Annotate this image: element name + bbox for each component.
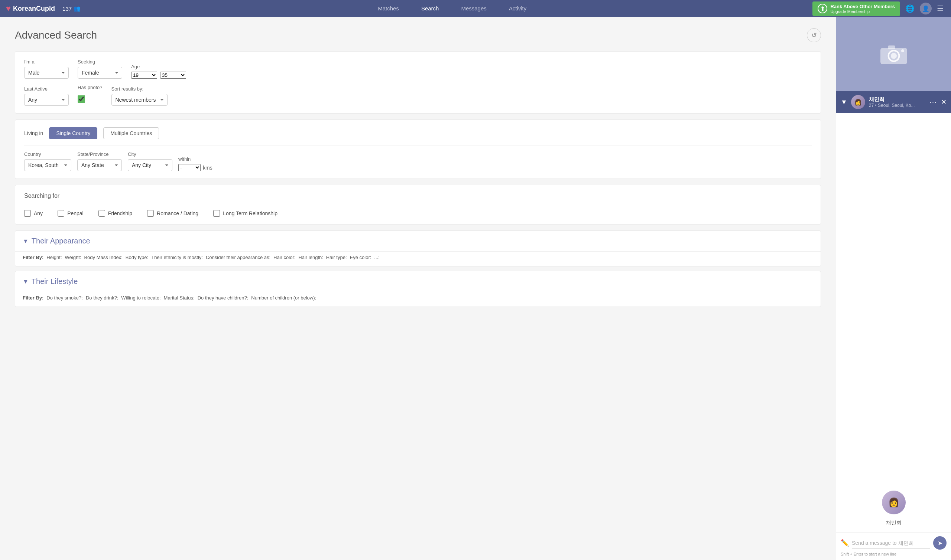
chat-user-large-avatar: 👩 [882,491,906,514]
option-friendship-label: Friendship [108,211,132,216]
chat-user-avatar-inner: 👩 [882,491,906,514]
state-select[interactable]: Any State [77,159,122,171]
kms-label: kms [203,165,213,171]
heart-icon: ♥ [6,4,11,13]
seeking-select[interactable]: Male Female Either [78,67,122,78]
appearance-header[interactable]: ▼ Their Appearance [15,231,821,251]
chat-message-input[interactable] [852,538,930,549]
chat-send-button[interactable]: ➤ [933,536,946,549]
nav-messages[interactable]: Messages [450,0,497,17]
chat-body: 👩 채민희 [836,113,951,532]
appearance-filter-by: Filter By: [23,255,43,260]
country-select[interactable]: Korea, South Japan China United States [24,159,71,171]
option-longterm[interactable]: Long Term Relationship [213,210,278,217]
last-active-select[interactable]: Any Today This week This month [24,94,69,106]
living-in-section: Living in Single Country Multiple Countr… [15,120,821,179]
svg-rect-3 [888,45,895,49]
checkbox-longterm[interactable] [213,210,220,217]
seeking-group: Seeking Male Female Either [78,59,122,78]
page-header: Advanced Search ↺ [15,28,821,42]
profile-photo-placeholder [836,17,951,91]
page-title: Advanced Search [15,29,97,41]
city-select[interactable]: Any City [128,159,172,171]
im-a-select[interactable]: Male Female [24,67,69,78]
filter-marital[interactable]: Marital Status [164,295,195,301]
last-active-label: Last Active [24,86,69,92]
globe-button[interactable]: 🌐 [904,4,916,13]
single-country-tab[interactable]: Single Country [49,127,97,139]
sort-by-select[interactable]: Newest members Last active Closest match [111,94,168,106]
navbar: ♥ KoreanCupid 137 👥 Matches Search Messa… [0,0,951,17]
filter-weight[interactable]: Weight [65,255,81,260]
upgrade-button[interactable]: ⬆ Rank Above Other Members Upgrade Membe… [812,2,900,16]
option-romance-label: Romance / Dating [157,211,198,216]
lifestyle-header[interactable]: ▼ Their Lifestyle [15,271,821,292]
filter-haircolor[interactable]: Hair color [273,255,295,260]
chat-user-name: 채민희 [869,96,926,103]
option-any-label: Any [34,211,43,216]
living-in-header: Living in Single Country Multiple Countr… [24,127,812,139]
nav-right: ⬆ Rank Above Other Members Upgrade Membe… [812,2,945,16]
filter-hairtype[interactable]: Hair type [326,255,347,260]
lifestyle-section: ▼ Their Lifestyle Filter By: Do they smo… [15,271,821,307]
menu-button[interactable]: ☰ [936,4,945,13]
checkbox-romance[interactable] [147,210,154,217]
option-longterm-label: Long Term Relationship [223,211,278,216]
appearance-chevron-icon: ▼ [23,238,29,245]
svg-point-4 [901,49,904,52]
option-romance[interactable]: Romance / Dating [147,210,198,217]
user-avatar[interactable]: 👤 [920,3,932,14]
age-to-select[interactable]: 25 30 35 40 [160,72,186,78]
chat-input-area: ✏️ ➤ Shift + Enter to start a new line [836,532,951,560]
filter-drink[interactable]: Do they drink? [86,295,118,301]
checkbox-any[interactable] [24,210,31,217]
filter-smoke[interactable]: Do they smoke? [46,295,83,301]
nav-activity[interactable]: Activity [498,0,538,17]
sort-by-label: Sort results by: [111,86,168,92]
multiple-countries-tab[interactable]: Multiple Countries [103,127,159,139]
chat-avatar: 👩 [851,95,865,109]
checkbox-friendship[interactable] [99,210,105,217]
option-friendship[interactable]: Friendship [99,210,132,217]
chat-close-button[interactable]: ✕ [941,98,946,106]
filter-num-children[interactable]: Number of children (or below) [251,295,316,301]
upgrade-icon: ⬆ [818,4,827,13]
logo[interactable]: ♥ KoreanCupid [6,4,55,13]
filter-height[interactable]: Height [46,255,62,260]
living-in-label: Living in [24,130,43,136]
seeking-label: Seeking [78,59,122,65]
option-any[interactable]: Any [24,210,43,217]
checkbox-penpal[interactable] [57,210,64,217]
age-from-select[interactable]: 18 19 20 [131,72,157,78]
filter-ethnicity[interactable]: Their ethnicity is mostly [151,255,203,260]
filter-hairlength[interactable]: Hair length [298,255,323,260]
nav-search[interactable]: Search [410,0,450,17]
reset-button[interactable]: ↺ [807,28,821,42]
filter-bmi[interactable]: Body Mass Index [84,255,122,260]
chat-input-row: ✏️ ➤ [841,536,946,549]
searching-for-header: Searching for [24,192,812,204]
camera-icon [879,39,909,70]
within-select[interactable]: - 5 10 25 50 100 [178,164,201,171]
option-penpal[interactable]: Penpal [57,210,83,217]
filter-appearance[interactable]: Consider their appearance as [206,255,270,260]
filter-bodytype[interactable]: Body type [125,255,148,260]
upgrade-text: Rank Above Other Members Upgrade Members… [830,4,895,14]
filter-eyecolor[interactable]: Eye color [350,255,372,260]
chat-collapse-icon[interactable]: ▼ [841,98,848,106]
within-group: within - 5 10 25 50 100 kms [178,156,213,171]
filter-relocate[interactable]: Willing to relocate [121,295,161,301]
has-photo-checkbox[interactable] [78,95,85,103]
nav-matches[interactable]: Matches [367,0,410,17]
chat-header: ▼ 👩 채민희 27 • Seoul, Seoul, Ko... ··· ✕ [836,91,951,113]
svg-point-2 [891,53,897,58]
basic-filters-section: I'm a Male Female Seeking Male Female Ei… [15,51,821,114]
chat-info: 채민희 27 • Seoul, Seoul, Ko... [869,96,926,108]
filter-children[interactable]: Do they have children? [198,295,249,301]
filter-more[interactable]: ... [374,255,379,260]
location-row: Country Korea, South Japan China United … [24,145,812,171]
people-icon: 👥 [74,5,80,12]
notification-count[interactable]: 137 👥 [62,5,80,12]
chat-more-button[interactable]: ··· [929,98,937,106]
lifestyle-body: Filter By: Do they smoke? Do they drink?… [15,292,821,306]
